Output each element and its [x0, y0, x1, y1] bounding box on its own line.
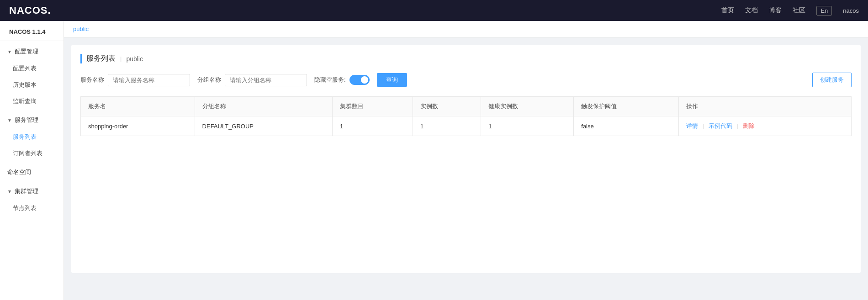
- breadcrumb-bar: public: [64, 21, 868, 37]
- create-service-button[interactable]: 创建服务: [812, 73, 852, 87]
- col-group-name: 分组名称: [195, 97, 332, 116]
- service-name-filter: 服务名称: [80, 74, 190, 86]
- filter-row: 服务名称 分组名称 隐藏空服务: 查询 创建服务: [80, 73, 852, 87]
- col-threshold: 触发保护阈值: [574, 97, 679, 116]
- logo-text: NACOS.: [9, 5, 51, 16]
- nav-docs[interactable]: 文档: [745, 6, 758, 15]
- nav-community[interactable]: 社区: [793, 6, 805, 15]
- hide-empty-toggle[interactable]: [349, 75, 370, 85]
- nav-home[interactable]: 首页: [721, 6, 734, 15]
- cell-threshold: false: [574, 116, 679, 136]
- main-content: public 服务列表 | public 服务名称 分组名称 隐: [64, 21, 868, 300]
- action-detail[interactable]: 详情: [686, 122, 698, 129]
- col-instance-count: 实例数: [413, 97, 481, 116]
- cell-healthy-count: 1: [481, 116, 574, 136]
- sidebar-group-namespace-title[interactable]: 命名空间: [0, 163, 64, 181]
- service-name-input[interactable]: [108, 74, 190, 86]
- table-header: 服务名 分组名称 集群数目 实例数 健康实例数 触发保护阈值 操作: [81, 97, 852, 116]
- user-profile[interactable]: nacos: [843, 7, 859, 14]
- query-button[interactable]: 查询: [377, 73, 407, 87]
- cell-instance-count: 1: [413, 116, 481, 136]
- breadcrumb-link[interactable]: public: [73, 26, 89, 32]
- sidebar-item-service-list[interactable]: 服务列表: [0, 129, 64, 145]
- top-navigation: NACOS. 首页 文档 博客 社区 En nacos: [0, 0, 868, 21]
- sidebar-group-cluster: ▼ 集群管理 节点列表: [0, 183, 64, 216]
- table-row: shopping-order DEFAULT_GROUP 1 1 1 false…: [81, 116, 852, 136]
- cell-group-name: DEFAULT_GROUP: [195, 116, 332, 136]
- sidebar-group-config-title[interactable]: ▼ 配置管理: [0, 43, 64, 60]
- sidebar-group-config: ▼ 配置管理 配置列表 历史版本 监听查询: [0, 43, 64, 110]
- group-name-filter: 分组名称: [197, 74, 307, 86]
- col-healthy-count: 健康实例数: [481, 97, 574, 116]
- group-name-input[interactable]: [225, 74, 307, 86]
- action-sample-code[interactable]: 示例代码: [709, 122, 732, 129]
- sidebar: NACOS 1.1.4 ▼ 配置管理 配置列表 历史版本 监听查询 ▼ 服务管理…: [0, 21, 64, 300]
- arrow-icon-cluster: ▼: [7, 189, 12, 194]
- logo: NACOS.: [9, 5, 51, 16]
- group-name-label: 分组名称: [197, 76, 221, 84]
- service-name-label: 服务名称: [80, 76, 104, 84]
- sidebar-group-namespace: 命名空间: [0, 163, 64, 181]
- page-header: 服务列表 | public: [80, 54, 852, 63]
- action-delete[interactable]: 删除: [743, 122, 755, 129]
- cell-actions: 详情 | 示例代码 | 删除: [679, 116, 852, 136]
- content-area: 服务列表 | public 服务名称 分组名称 隐藏空服务: 查询: [71, 45, 861, 273]
- cell-cluster-count: 1: [332, 116, 413, 136]
- language-switcher[interactable]: En: [816, 6, 832, 16]
- table-body: shopping-order DEFAULT_GROUP 1 1 1 false…: [81, 116, 852, 136]
- sidebar-group-service: ▼ 服务管理 服务列表 订阅者列表: [0, 111, 64, 162]
- sidebar-item-history[interactable]: 历史版本: [0, 77, 64, 93]
- main-layout: NACOS 1.1.4 ▼ 配置管理 配置列表 历史版本 监听查询 ▼ 服务管理…: [0, 21, 868, 300]
- action-sep-1: |: [703, 122, 704, 129]
- hide-empty-label: 隐藏空服务:: [314, 76, 346, 84]
- sidebar-group-cluster-title[interactable]: ▼ 集群管理: [0, 183, 64, 200]
- cell-service-name: shopping-order: [81, 116, 195, 136]
- page-title: 服务列表: [86, 54, 116, 63]
- col-service-name: 服务名: [81, 97, 195, 116]
- sidebar-version: NACOS 1.1.4: [0, 21, 64, 41]
- action-sep-2: |: [737, 122, 738, 129]
- nav-links: 首页 文档 博客 社区 En nacos: [721, 6, 859, 16]
- col-cluster-count: 集群数目: [332, 97, 413, 116]
- sidebar-item-config-list[interactable]: 配置列表: [0, 60, 64, 77]
- sidebar-group-service-title[interactable]: ▼ 服务管理: [0, 111, 64, 129]
- arrow-icon: ▼: [7, 49, 12, 54]
- col-actions: 操作: [679, 97, 852, 116]
- page-subtitle: public: [126, 55, 143, 63]
- service-table: 服务名 分组名称 集群数目 实例数 健康实例数 触发保护阈值 操作 shoppi…: [80, 96, 852, 136]
- nav-blog[interactable]: 博客: [769, 6, 782, 15]
- header-separator: |: [120, 55, 122, 62]
- hide-empty-toggle-wrap: 隐藏空服务:: [314, 75, 370, 85]
- sidebar-item-node-list[interactable]: 节点列表: [0, 200, 64, 216]
- sidebar-item-listener[interactable]: 监听查询: [0, 93, 64, 110]
- sidebar-item-subscriber-list[interactable]: 订阅者列表: [0, 145, 64, 162]
- arrow-icon-service: ▼: [7, 118, 12, 123]
